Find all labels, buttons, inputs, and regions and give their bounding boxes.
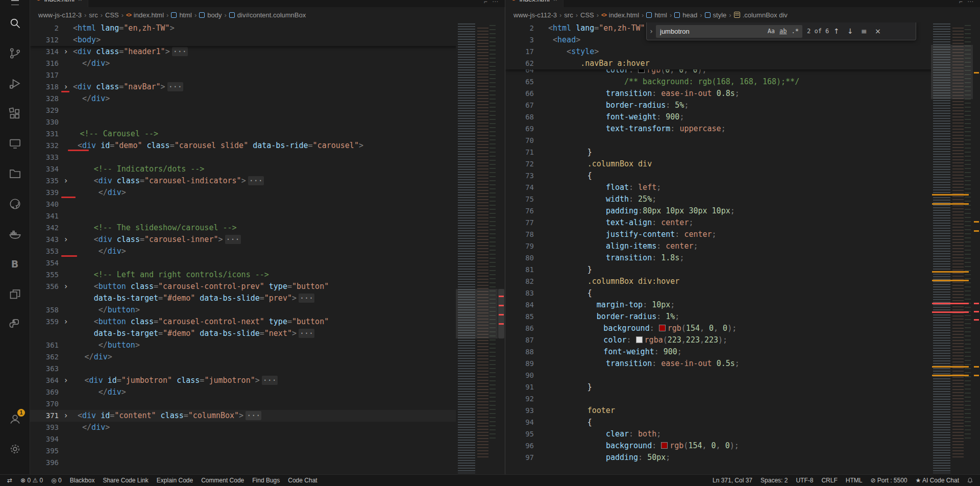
status-item-cursor-position[interactable]: Ln 371, Col 37 (708, 475, 756, 486)
code-line[interactable]: 329 (30, 105, 505, 116)
minimap-slider[interactable] (931, 45, 973, 99)
code-line[interactable]: 65/** background: rgb(168, 168, 168);**/ (505, 76, 980, 88)
editor-actions[interactable]: ⌐ ⋯ (484, 0, 505, 7)
code-line[interactable]: 340 (30, 199, 505, 210)
editor-actions[interactable]: ⌐ ⋯ (959, 0, 980, 7)
breadcrumb-item[interactable]: src (564, 11, 573, 19)
code-line[interactable]: 394 (30, 433, 505, 445)
breadcrumb-item[interactable]: head (674, 11, 697, 19)
code-line[interactable]: 87color: rgba(223,223,223); (505, 334, 980, 346)
accounts-icon[interactable]: 1 (3, 406, 27, 431)
code-line[interactable]: 356›<button class="carousel-control-prev… (30, 281, 505, 293)
code-line[interactable]: 69text-transform: uppercase; (505, 123, 980, 135)
breadcrumb-item[interactable]: CSS (105, 11, 119, 19)
code-line[interactable]: 84margin-top: 10px; (505, 299, 980, 311)
code-line[interactable]: 77text-align: center; (505, 217, 980, 229)
code-line[interactable]: 73{ (505, 170, 980, 182)
code-line[interactable]: data-bs-target="#demo" data-bs-slide="ne… (30, 328, 505, 339)
minimap[interactable] (931, 22, 973, 474)
code-line[interactable]: 72.columnBox div (505, 158, 980, 170)
code-line[interactable]: 17<style> (505, 46, 980, 58)
regex-icon[interactable]: .* (790, 25, 801, 38)
code-area[interactable]: 314›<div class="header1">···316</div>317… (30, 46, 505, 474)
code-line[interactable]: 359›<button class="carousel-control-next… (30, 316, 505, 328)
tab-close-icon[interactable]: × (78, 0, 82, 3)
status-item-problems[interactable]: ⊗ 0 ⚠ 0 (16, 475, 47, 486)
status-item-share-code-link[interactable]: Share Code Link (99, 475, 152, 486)
code-line[interactable]: 314›<div class="header1">··· (30, 46, 505, 58)
code-line[interactable]: 363 (30, 363, 505, 375)
code-line[interactable]: 355<!-- Left and right controls/icons --… (30, 269, 505, 281)
extensions-icon[interactable] (3, 101, 27, 126)
breadcrumb-item[interactable]: src (89, 11, 97, 19)
run-and-debug-icon[interactable] (3, 71, 27, 95)
breadcrumb-item[interactable]: .columnBox div (734, 11, 788, 19)
code-line[interactable]: 339</div> (30, 187, 505, 199)
fold-chevron-icon[interactable]: › (59, 375, 73, 386)
code-line[interactable]: 343›<div class="carousel-inner">··· (30, 234, 505, 246)
status-item-indentation[interactable]: Spaces: 2 (756, 475, 792, 486)
code-line[interactable]: 88font-weight: 900; (505, 346, 980, 358)
status-item-blackbox[interactable]: Blackbox (66, 475, 99, 486)
code-line[interactable]: 92 (505, 393, 980, 405)
fold-chevron-icon[interactable]: › (59, 281, 73, 293)
breadcrumb-item[interactable]: www-js-c112-3 (513, 11, 557, 19)
blackbox-icon[interactable]: B (3, 252, 27, 276)
breadcrumb-item[interactable]: body (199, 11, 222, 19)
code-line[interactable]: data-bs-target="#demo" data-bs-slide="pr… (30, 293, 505, 304)
code-line[interactable]: 341 (30, 210, 505, 222)
status-item-language-mode[interactable]: HTML (842, 475, 867, 486)
scrollbar[interactable] (498, 22, 505, 474)
code-line[interactable]: 78justify-content: center; (505, 229, 980, 240)
code-line[interactable]: 396 (30, 457, 505, 469)
code-line[interactable]: 371›<div id="content" class="columnBox">… (30, 410, 505, 422)
status-item-remote-indicator[interactable]: ⇄ (3, 475, 16, 486)
code-line[interactable]: 85border-radius: 1%; (505, 311, 980, 323)
color-swatch[interactable] (659, 325, 666, 331)
code-line[interactable]: 317 (30, 69, 505, 81)
status-item-comment-code[interactable]: Comment Code (197, 475, 248, 486)
code-line[interactable]: 369</div> (30, 386, 505, 398)
code-line[interactable]: 316</div> (30, 58, 505, 69)
code-line[interactable]: 364›<div id="jumbotron" class="jumbotron… (30, 375, 505, 386)
editor-right[interactable]: 2<html lang="en,zh-TW"3<head>17<style>62… (505, 22, 980, 474)
code-line[interactable]: 333 (30, 152, 505, 163)
color-swatch[interactable] (636, 336, 643, 343)
toggle-replace-icon[interactable]: › (647, 22, 656, 40)
code-line[interactable]: 64color: rgb(0, 0, 0); (505, 69, 980, 76)
menu-icon[interactable] (11, 0, 19, 5)
code-line[interactable]: 62.navBar a:hover (505, 58, 980, 69)
code-line[interactable]: 354 (30, 257, 505, 269)
settings-gear-icon[interactable] (3, 436, 27, 461)
status-item-code-chat[interactable]: Code Chat (284, 475, 321, 486)
tab-index-html-right[interactable]: <> index.html × (505, 0, 564, 7)
code-line[interactable]: 2<html lang="en,zh-TW"> (30, 22, 505, 34)
color-swatch[interactable] (661, 442, 668, 449)
minimap[interactable] (456, 22, 498, 474)
color-swatch[interactable] (638, 69, 645, 73)
code-line[interactable]: 86background: rgb(154, 0, 0); (505, 323, 980, 334)
status-item-eol[interactable]: CRLF (817, 475, 841, 486)
code-line[interactable]: 96background: rgb(154, 0, 0); (505, 440, 980, 452)
breadcrumb-item[interactable]: <>index.html (601, 11, 639, 19)
code-line[interactable]: 74float: left; (505, 182, 980, 193)
code-line[interactable]: 90 (505, 370, 980, 381)
bell-icon[interactable] (963, 477, 977, 484)
source-control-icon[interactable] (3, 41, 27, 65)
breadcrumb-item[interactable]: style (705, 11, 727, 19)
code-line[interactable]: 95clear: both; (505, 428, 980, 440)
code-line[interactable]: 342<!-- The slideshow/carousel --> (30, 222, 505, 234)
code-line[interactable]: 362</div> (30, 351, 505, 363)
next-match-icon[interactable]: ↓ (844, 25, 856, 37)
fold-chevron-icon[interactable]: › (59, 316, 73, 328)
code-line[interactable]: 67border-radius: 5%; (505, 100, 980, 111)
overview-ruler[interactable] (973, 22, 980, 474)
fold-chevron-icon[interactable]: › (59, 234, 73, 246)
code-line[interactable]: 393</div> (30, 422, 505, 433)
whole-word-icon[interactable]: ab (777, 25, 789, 38)
code-line[interactable]: 353</div> (30, 246, 505, 257)
code-line[interactable]: 361</button> (30, 339, 505, 351)
status-item-live-server-port[interactable]: ⊘ Port : 5500 (866, 475, 911, 486)
breadcrumb-item[interactable]: www-js-c112-3 (38, 11, 82, 19)
status-item-ai-code-chat[interactable]: ★ AI Code Chat (912, 475, 963, 486)
